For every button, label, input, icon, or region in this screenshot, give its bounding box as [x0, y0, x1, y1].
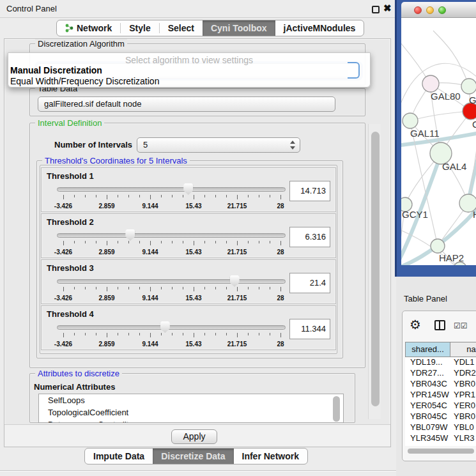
cell-shared-name[interactable]: YBR045C — [405, 411, 450, 421]
attribute-item[interactable]: SelfLoops — [39, 394, 343, 406]
cell-shared-name[interactable]: YIL052C — [405, 444, 450, 446]
threshold-value-field[interactable]: 6.316 — [289, 227, 330, 247]
network-node[interactable] — [431, 239, 445, 253]
control-panel: Control Panel ✖ NetworkStyleSelectCyni T… — [0, 0, 396, 476]
cell-name[interactable]: YBR0 — [450, 411, 475, 421]
column-header-name[interactable]: na — [450, 342, 476, 357]
cell-name[interactable]: YPR1 — [450, 390, 475, 399]
slider-track[interactable] — [57, 279, 286, 284]
attributes-list-scrollbar[interactable] — [333, 396, 340, 422]
columns-icon[interactable] — [434, 320, 445, 330]
table-row[interactable]: YIL052CYIL0 — [405, 444, 476, 446]
gear-icon[interactable]: ⚙ — [410, 317, 421, 332]
tab-network[interactable]: Network — [57, 20, 120, 36]
control-panel-titlebar: Control Panel ✖ — [0, 0, 396, 18]
cell-name[interactable]: YDL1 — [450, 357, 475, 367]
tab-style[interactable]: Style — [121, 20, 158, 36]
cell-name[interactable]: YDR2 — [450, 368, 476, 378]
network-node[interactable] — [422, 75, 439, 92]
column-header-shared[interactable]: shared... — [405, 342, 450, 357]
settings-scrollbar-thumb[interactable] — [371, 132, 380, 406]
threshold-value-field[interactable]: 11.344 — [289, 319, 330, 339]
table-row[interactable]: YDL19...YDL1 — [405, 357, 476, 368]
divider — [0, 470, 396, 471]
table-row[interactable]: YBL079WYBL0 — [405, 422, 476, 433]
table-row[interactable]: YDR27...YDR2 — [405, 368, 476, 379]
tick-label: 21.715 — [227, 295, 247, 302]
slider-thumb[interactable] — [183, 183, 193, 195]
numerical-attributes-label: Numerical Attributes — [34, 382, 115, 392]
cell-shared-name[interactable]: YLR345W — [405, 433, 450, 443]
focused-combo-edge[interactable] — [348, 62, 360, 79]
slider-track[interactable] — [57, 233, 286, 238]
attribute-item[interactable]: TopologicalCoefficient — [39, 406, 343, 418]
slider-thumb[interactable] — [125, 229, 135, 241]
network-window-titlebar[interactable] — [401, 2, 476, 18]
cell-shared-name[interactable]: YBL079W — [405, 422, 450, 432]
group-title-attributes: Attributes to discretize — [35, 369, 122, 378]
threshold-label: Threshold 3 — [47, 263, 94, 273]
network-node[interactable] — [403, 113, 418, 128]
network-canvas[interactable]: GAL80GALGGAL11GAL4GCY1HHAP2 — [401, 18, 476, 265]
group-title-discretization-algorithm: Discretization Algorithm — [35, 39, 127, 49]
minimize-traffic-light-icon[interactable] — [426, 6, 434, 14]
slider-ticks: -3.4262.8599.14415.4321.71528 — [63, 195, 280, 200]
threshold-value-field[interactable]: 14.713 — [289, 181, 330, 201]
slider-ticks: -3.4262.8599.14415.4321.71528 — [63, 333, 280, 338]
attribute-item[interactable]: BetweennessCentrality — [39, 418, 343, 423]
number-of-intervals-combobox[interactable]: 5 — [137, 137, 300, 153]
cell-name[interactable]: YBL0 — [450, 422, 474, 432]
table-row[interactable]: YLR345WYLR3 — [405, 433, 476, 444]
cell-shared-name[interactable]: YER054C — [405, 401, 450, 410]
table-hscrollbar[interactable] — [408, 449, 474, 454]
numerical-attributes-list[interactable]: SelfLoopsTopologicalCoefficientBetweenne… — [38, 394, 344, 423]
tab-label: jActiveMNodules — [284, 23, 356, 33]
tab-select[interactable]: Select — [160, 20, 203, 36]
cell-shared-name[interactable]: YDR27... — [405, 368, 450, 378]
apply-button[interactable]: Apply — [171, 429, 217, 444]
table-rows[interactable]: YDL19...YDL1YDR27...YDR2YBR043CYBR0YPR14… — [405, 357, 476, 446]
cell-name[interactable]: YBR0 — [450, 379, 475, 388]
cell-shared-name[interactable]: YBR043C — [405, 379, 450, 388]
tab-cyni-toolbox[interactable]: Cyni Toolbox — [203, 20, 275, 36]
network-edge[interactable] — [410, 111, 471, 121]
tab-jactivemnodules[interactable]: jActiveMNodules — [275, 20, 364, 36]
network-edge[interactable] — [433, 31, 469, 86]
threshold-row: Threshold 3-3.4262.8599.14415.4321.71528… — [41, 259, 336, 304]
tab-impute-data[interactable]: Impute Data — [85, 449, 153, 464]
table-row[interactable]: YPR145WYPR1 — [405, 390, 476, 401]
tick-label: 28 — [277, 203, 284, 210]
tick-label: -3.426 — [54, 203, 72, 210]
popup-item-equal-width-frequency[interactable]: Equal Width/Frequency Discretization — [10, 76, 159, 86]
cell-shared-name[interactable]: YPR145W — [405, 390, 450, 399]
slider-track[interactable] — [57, 325, 286, 330]
node-label: HAP2 — [439, 252, 464, 263]
close-traffic-light-icon[interactable] — [414, 6, 422, 14]
tab-label: Cyni Toolbox — [211, 23, 267, 33]
slider-thumb[interactable] — [230, 275, 240, 287]
table-row[interactable]: YBR045CYBR0 — [405, 411, 476, 422]
cell-shared-name[interactable]: YDL19... — [405, 357, 450, 367]
cell-name[interactable]: YER0 — [450, 401, 475, 410]
table-row[interactable]: YBR043CYBR0 — [405, 379, 476, 390]
network-node[interactable] — [461, 79, 476, 94]
tick-label: 21.715 — [227, 249, 247, 256]
tick-label: -3.426 — [54, 295, 72, 302]
close-icon[interactable]: ✖ — [383, 3, 392, 14]
table-data-combobox[interactable]: galFiltered.sif default node — [38, 96, 335, 112]
tab-discretize-data[interactable]: Discretize Data — [153, 449, 233, 464]
tab-label: Style — [129, 23, 150, 33]
threshold-value-field[interactable]: 21.4 — [289, 273, 330, 293]
cell-name[interactable]: YLR3 — [450, 433, 475, 443]
tab-infer-network[interactable]: Infer Network — [234, 449, 307, 464]
tick-label: 28 — [277, 341, 284, 348]
checkbox-pair-icon[interactable]: ☑☑ — [454, 321, 468, 330]
popup-item-manual-discretization[interactable]: Manual Discretization — [10, 65, 102, 75]
float-window-icon[interactable] — [372, 6, 380, 13]
tick-label: 28 — [277, 249, 284, 256]
zoom-traffic-light-icon[interactable] — [438, 6, 446, 14]
slider-thumb[interactable] — [160, 321, 170, 333]
table-row[interactable]: YER054CYER0 — [405, 401, 476, 411]
cell-name[interactable]: YIL0 — [450, 444, 471, 446]
slider-track[interactable] — [57, 187, 286, 192]
